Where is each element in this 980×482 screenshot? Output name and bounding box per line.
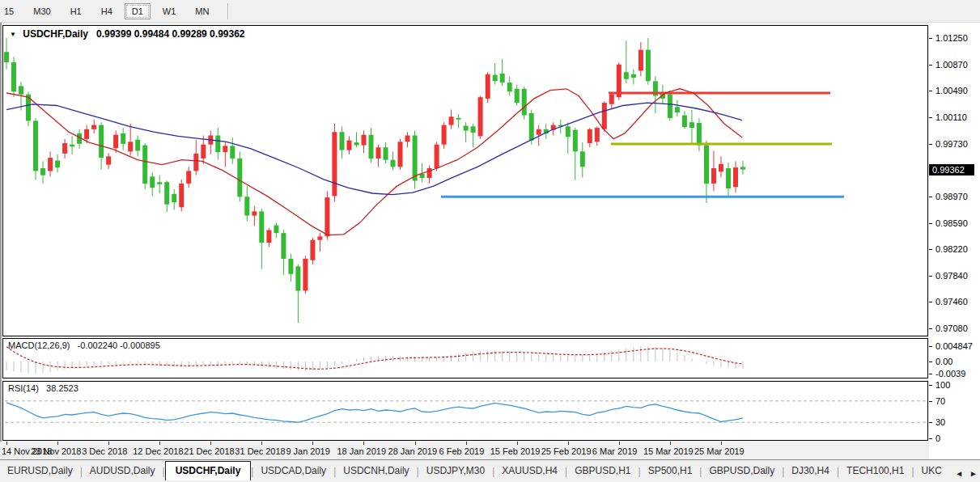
date-tick bbox=[363, 442, 364, 445]
axis-tick bbox=[929, 401, 932, 402]
tab-usdcad-daily[interactable]: USDCAD,Daily bbox=[253, 462, 333, 480]
tab-usdchf-daily[interactable]: USDCHF,Daily bbox=[165, 461, 252, 480]
axis-tick bbox=[929, 249, 932, 250]
axis-tick bbox=[929, 362, 932, 362]
date-tick bbox=[210, 442, 211, 445]
rsi-axis-label: 100 bbox=[935, 380, 950, 390]
date-tick bbox=[568, 442, 569, 445]
tab-scroll-buttons: ◄ ► bbox=[955, 469, 978, 478]
date-tick bbox=[261, 442, 262, 445]
date-tick bbox=[108, 442, 109, 445]
price-axis-label: 1.00490 bbox=[935, 86, 968, 95]
macd-panel[interactable]: MACD(12,26,9) -0.002240 -0.000895 bbox=[2, 338, 928, 378]
rsi-axis-label: 0 bbox=[935, 433, 940, 443]
date-label: 25 Mar 2019 bbox=[694, 446, 745, 456]
macd-label: MACD(12,26,9) -0.002240 -0.000895 bbox=[8, 340, 160, 350]
tab-gbpusd-h1[interactable]: GBPUSD,H1 bbox=[567, 462, 638, 480]
axis-tick bbox=[929, 117, 932, 118]
date-label: 31 Dec 2018 bbox=[235, 446, 285, 456]
price-axis-label: 0.98970 bbox=[935, 192, 968, 201]
rsi-panel[interactable]: RSI(14) 38.2523 bbox=[2, 381, 928, 441]
chart-symbol-label: USDCHF,Daily bbox=[23, 28, 88, 40]
macd-axis-label: 0.004847 bbox=[935, 341, 973, 351]
date-tick bbox=[619, 442, 620, 445]
tab-sp500-h1[interactable]: SP500,H1 bbox=[641, 462, 700, 480]
price-axis-label: 1.00110 bbox=[935, 112, 967, 122]
date-tick bbox=[415, 442, 416, 445]
tab-dj30-h4[interactable]: DJ30,H4 bbox=[784, 462, 837, 480]
timeframe-button-15[interactable]: 15 bbox=[0, 3, 21, 19]
date-label: 18 Jan 2019 bbox=[337, 446, 386, 456]
timeframe-button-w1[interactable]: W1 bbox=[155, 3, 184, 19]
date-tick bbox=[57, 442, 58, 445]
date-label: 25 Feb 2019 bbox=[541, 446, 592, 456]
timeframe-button-mn[interactable]: MN bbox=[188, 3, 216, 19]
date-label: 15 Feb 2019 bbox=[490, 446, 541, 456]
rsi-label: RSI(14) 38.2523 bbox=[8, 383, 78, 393]
axis-tick bbox=[929, 144, 932, 145]
date-label: 21 Dec 2018 bbox=[184, 446, 234, 456]
chart-ohlc-values: 0.99399 0.99484 0.99289 0.99362 bbox=[96, 28, 245, 40]
axis-tick bbox=[929, 223, 932, 224]
date-tick bbox=[312, 442, 313, 445]
candlestick-chart[interactable] bbox=[3, 26, 927, 336]
rsi-axis-label: 30 bbox=[935, 417, 945, 427]
timeframe-toolbar: 15M30H1H4D1W1MN bbox=[0, 0, 980, 23]
axis-tick bbox=[929, 438, 932, 439]
date-label: 9 Jan 2019 bbox=[286, 446, 329, 456]
price-chart-panel[interactable]: ▼ USDCHF,Daily 0.99399 0.99484 0.99289 0… bbox=[2, 25, 928, 336]
tab-usdjpy-m30[interactable]: USDJPY,M30 bbox=[419, 462, 492, 480]
axis-tick bbox=[929, 302, 932, 302]
tab-usdcnh-daily[interactable]: USDCNH,Daily bbox=[336, 462, 416, 480]
tab-tech100-h1[interactable]: TECH100,H1 bbox=[839, 462, 911, 480]
price-axis: 1.012501.008701.004901.001100.997300.989… bbox=[929, 23, 980, 459]
timeframe-button-h1[interactable]: H1 bbox=[63, 3, 89, 19]
chart-tabs: EURUSD,Daily|AUDUSD,Daily|USDCHF,Daily|U… bbox=[0, 459, 980, 480]
date-tick bbox=[159, 442, 160, 445]
tab-xauusd-h4[interactable]: XAUUSD,H4 bbox=[494, 462, 565, 480]
date-label: 3 Dec 2018 bbox=[82, 446, 127, 456]
timeframe-button-h4[interactable]: H4 bbox=[94, 3, 120, 19]
tab-scroll-left-icon[interactable]: ◄ bbox=[955, 469, 963, 478]
axis-tick bbox=[929, 65, 932, 66]
tab-ukc[interactable]: UKC bbox=[914, 462, 949, 480]
date-label: 15 Mar 2019 bbox=[643, 446, 694, 456]
tab-eurusd-daily[interactable]: EURUSD,Daily bbox=[0, 462, 80, 480]
chart-window: ▼ USDCHF,Daily 0.99399 0.99484 0.99289 0… bbox=[0, 23, 980, 482]
symbol-dropdown-icon[interactable]: ▼ bbox=[10, 31, 16, 38]
price-axis-label: 0.97460 bbox=[935, 297, 968, 307]
price-axis-label: 0.99730 bbox=[935, 139, 968, 149]
date-label: 6 Mar 2019 bbox=[592, 446, 638, 456]
tab-audusd-daily[interactable]: AUDUSD,Daily bbox=[83, 462, 163, 480]
price-axis-label: 0.98220 bbox=[935, 244, 968, 254]
price-axis-label: 1.00870 bbox=[935, 60, 968, 70]
chart-title: ▼ USDCHF,Daily 0.99399 0.99484 0.99289 0… bbox=[10, 28, 245, 40]
date-tick bbox=[670, 442, 671, 445]
date-tick bbox=[466, 442, 467, 445]
axis-tick bbox=[929, 276, 932, 277]
date-tick bbox=[721, 442, 722, 445]
date-label: 6 Feb 2019 bbox=[439, 446, 485, 456]
axis-tick bbox=[929, 91, 932, 91]
rsi-chart[interactable] bbox=[3, 382, 927, 440]
macd-values: -0.002240 -0.000895 bbox=[78, 340, 160, 350]
date-tick bbox=[6, 442, 7, 445]
axis-tick bbox=[929, 38, 932, 39]
axis-tick bbox=[929, 346, 932, 347]
price-axis-label: 0.98590 bbox=[935, 218, 968, 228]
macd-axis-label: 0.00 bbox=[935, 357, 952, 366]
date-label: 12 Dec 2018 bbox=[133, 446, 183, 456]
axis-tick bbox=[929, 197, 932, 197]
date-tick bbox=[517, 442, 518, 445]
timeframe-button-d1[interactable]: D1 bbox=[125, 3, 151, 19]
tab-scroll-right-icon[interactable]: ► bbox=[969, 469, 978, 478]
rsi-axis-label: 70 bbox=[935, 396, 945, 406]
timeframe-button-m30[interactable]: M30 bbox=[26, 3, 57, 19]
current-price-tag: 0.99362 bbox=[929, 164, 974, 175]
date-label: 23 Nov 2018 bbox=[31, 446, 81, 456]
price-axis-label: 1.01250 bbox=[935, 33, 968, 43]
tab-gbpusd-daily[interactable]: GBPUSD,Daily bbox=[702, 462, 782, 480]
axis-tick bbox=[929, 374, 932, 374]
toolbar-separator bbox=[227, 3, 229, 19]
time-axis: 14 Nov 201823 Nov 20183 Dec 201812 Dec 2… bbox=[0, 442, 929, 459]
